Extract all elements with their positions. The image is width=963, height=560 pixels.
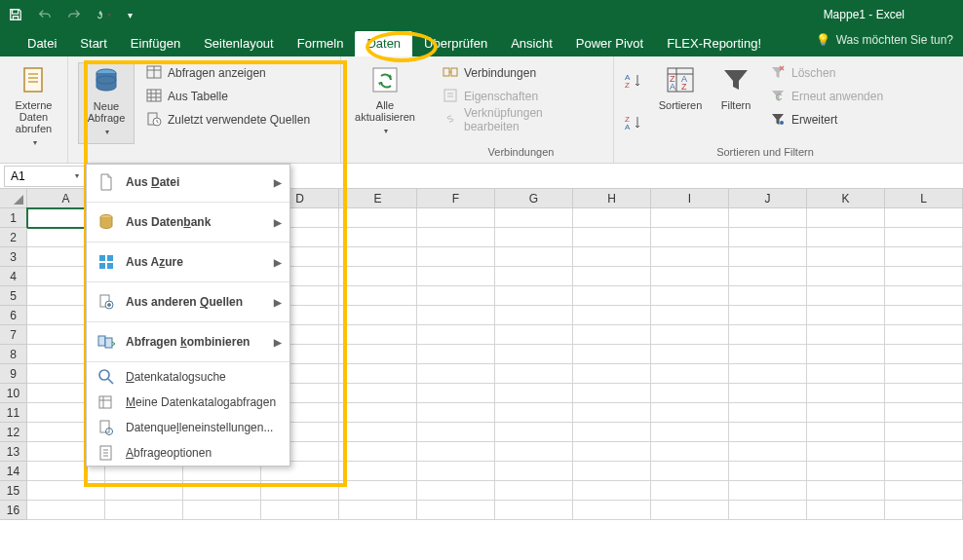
cell[interactable]: [105, 481, 183, 501]
cell[interactable]: [885, 228, 963, 247]
cell[interactable]: [495, 423, 573, 442]
cell[interactable]: [573, 345, 651, 364]
cell[interactable]: [807, 208, 885, 228]
row-header[interactable]: 1: [0, 208, 27, 228]
cell[interactable]: [339, 286, 417, 306]
cell[interactable]: [729, 228, 807, 247]
cell[interactable]: [885, 306, 963, 325]
column-header[interactable]: E: [339, 189, 417, 207]
cell[interactable]: [495, 247, 573, 267]
menu-catalog-search[interactable]: Datenkatalogsuche: [87, 364, 289, 390]
cell[interactable]: [807, 442, 885, 462]
cell[interactable]: [417, 423, 495, 442]
tab-home[interactable]: Start: [68, 31, 118, 56]
cell[interactable]: [885, 501, 963, 520]
tab-file[interactable]: Datei: [16, 31, 68, 56]
cell[interactable]: [573, 247, 651, 267]
cell[interactable]: [573, 364, 651, 384]
cell[interactable]: [573, 423, 651, 442]
tab-view[interactable]: Ansicht: [499, 31, 564, 56]
cell[interactable]: [339, 306, 417, 325]
cell[interactable]: [729, 364, 807, 384]
cell[interactable]: [651, 364, 729, 384]
cell[interactable]: [651, 286, 729, 306]
cell[interactable]: [183, 481, 261, 501]
cell[interactable]: [807, 384, 885, 403]
column-header[interactable]: I: [651, 189, 729, 207]
tab-powerpivot[interactable]: Power Pivot: [564, 31, 655, 56]
from-table-button[interactable]: Aus Tabelle: [142, 86, 314, 107]
cell[interactable]: [417, 267, 495, 286]
cell[interactable]: [729, 325, 807, 345]
cell[interactable]: [573, 325, 651, 345]
cell[interactable]: [495, 384, 573, 403]
cell[interactable]: [495, 325, 573, 345]
cell[interactable]: [417, 325, 495, 345]
row-header[interactable]: 5: [0, 286, 27, 306]
cell[interactable]: [885, 208, 963, 228]
cell[interactable]: [573, 228, 651, 247]
cell[interactable]: [651, 423, 729, 442]
cell[interactable]: [807, 286, 885, 306]
row-header[interactable]: 6: [0, 306, 27, 325]
menu-my-catalog[interactable]: Meine Datenkatalogabfragen: [87, 390, 289, 415]
cell[interactable]: [885, 384, 963, 403]
cell[interactable]: [729, 442, 807, 462]
cell[interactable]: [885, 325, 963, 345]
row-header[interactable]: 13: [0, 442, 27, 462]
cell[interactable]: [807, 247, 885, 267]
cell[interactable]: [339, 345, 417, 364]
menu-from-file[interactable]: Aus Datei ▶: [87, 165, 289, 200]
cell[interactable]: [807, 423, 885, 442]
row-header[interactable]: 14: [0, 462, 27, 481]
cell[interactable]: [339, 501, 417, 520]
row-header[interactable]: 7: [0, 325, 27, 345]
cell[interactable]: [651, 228, 729, 247]
refresh-all-button[interactable]: Alle aktualisieren ▾: [351, 62, 419, 144]
cell[interactable]: [885, 364, 963, 384]
show-queries-button[interactable]: Abfragen anzeigen: [142, 62, 314, 84]
cell[interactable]: [729, 267, 807, 286]
cell[interactable]: [729, 403, 807, 423]
cell[interactable]: [729, 306, 807, 325]
cell[interactable]: [573, 403, 651, 423]
touch-mode-icon[interactable]: ▾: [96, 7, 111, 22]
row-header[interactable]: 3: [0, 247, 27, 267]
cell[interactable]: [339, 423, 417, 442]
cell[interactable]: [183, 501, 261, 520]
column-header[interactable]: K: [807, 189, 885, 207]
menu-from-database[interactable]: Aus Datenbank ▶: [87, 205, 289, 240]
menu-from-other[interactable]: Aus anderen Quellen ▶: [87, 284, 289, 319]
cell[interactable]: [339, 208, 417, 228]
cell[interactable]: [651, 325, 729, 345]
cell[interactable]: [729, 247, 807, 267]
cell[interactable]: [885, 345, 963, 364]
tab-pagelayout[interactable]: Seitenlayout: [192, 31, 286, 56]
cell[interactable]: [573, 481, 651, 501]
cell[interactable]: [417, 403, 495, 423]
cell[interactable]: [651, 208, 729, 228]
cell[interactable]: [885, 247, 963, 267]
tab-insert[interactable]: Einfügen: [119, 31, 192, 56]
cell[interactable]: [729, 462, 807, 481]
cell[interactable]: [729, 423, 807, 442]
row-header[interactable]: 15: [0, 481, 27, 501]
cell[interactable]: [105, 501, 183, 520]
row-header[interactable]: 16: [0, 501, 27, 520]
cell[interactable]: [651, 267, 729, 286]
cell[interactable]: [417, 462, 495, 481]
redo-icon[interactable]: [66, 7, 82, 22]
cell[interactable]: [495, 462, 573, 481]
cell[interactable]: [417, 345, 495, 364]
column-header[interactable]: F: [417, 189, 495, 207]
cell[interactable]: [495, 501, 573, 520]
cell[interactable]: [651, 481, 729, 501]
cell[interactable]: [807, 403, 885, 423]
cell[interactable]: [807, 345, 885, 364]
name-box[interactable]: A1 ▾: [4, 166, 86, 187]
cell[interactable]: [729, 501, 807, 520]
cell[interactable]: [261, 481, 339, 501]
cell[interactable]: [495, 481, 573, 501]
select-all-corner[interactable]: [0, 189, 27, 207]
menu-combine-queries[interactable]: Abfragen kombinieren ▶: [87, 324, 289, 359]
